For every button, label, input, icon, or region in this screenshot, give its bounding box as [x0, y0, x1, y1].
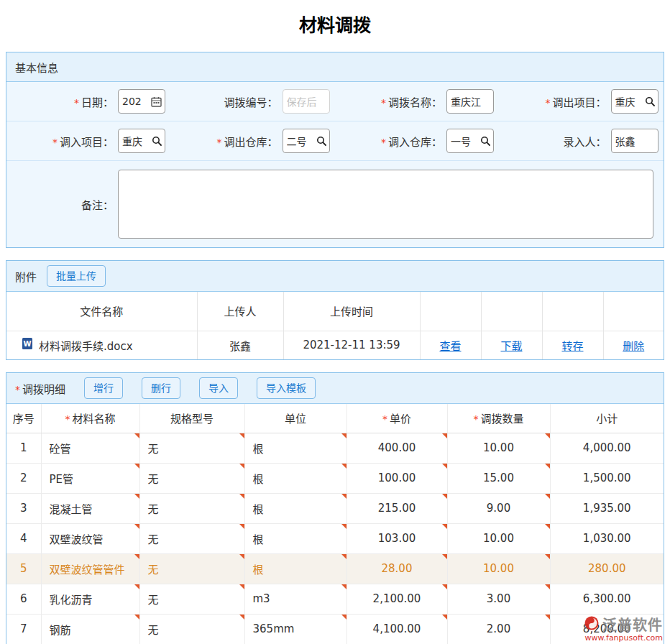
cell-price[interactable]: 215.00 — [347, 493, 447, 523]
view-link[interactable]: 查看 — [439, 340, 461, 353]
cell-price[interactable]: 4,100.00 — [347, 614, 447, 644]
in-warehouse-label-text: 调入仓库： — [388, 136, 442, 149]
search-icon[interactable] — [152, 136, 162, 146]
detail-table-header-row: 序号 *材料名称 规格型号 单位 *单价 *调拨数量 小计 — [6, 404, 664, 433]
search-icon[interactable] — [316, 136, 326, 146]
import-template-button[interactable]: 导入模板 — [257, 377, 316, 399]
cell-material-name[interactable]: 双壁波纹管管件 — [41, 553, 139, 584]
cell-price[interactable]: 103.00 — [347, 523, 447, 553]
transfer-name-input-group — [446, 89, 494, 114]
cell-qty[interactable]: 2.00 — [447, 614, 550, 644]
watermark-url: www.fanpusoft.com — [584, 633, 663, 643]
required-marker: * — [216, 137, 221, 148]
out-warehouse-label: *调出仓库： — [171, 134, 278, 149]
cell-qty[interactable]: 15.00 — [447, 463, 550, 493]
cell-no: 3 — [6, 493, 41, 523]
out-project-input[interactable] — [615, 96, 645, 107]
field-in-warehouse: *调入仓库： — [335, 129, 500, 153]
cell-qty[interactable]: 3.00 — [447, 584, 550, 614]
field-in-project: *调入项目： — [6, 129, 171, 153]
out-project-label: *调出项目： — [500, 94, 607, 109]
cell-subtotal: 1,030.00 — [550, 523, 664, 553]
detail-table: 序号 *材料名称 规格型号 单位 *单价 *调拨数量 小计 1 砼管 无 根 4… — [6, 404, 664, 644]
import-button[interactable]: 导入 — [199, 377, 238, 399]
cell-spec[interactable]: 无 — [139, 493, 244, 523]
recorder-input-group — [611, 129, 658, 153]
cell-unit[interactable]: m3 — [244, 584, 347, 614]
in-warehouse-input[interactable] — [450, 135, 480, 147]
delete-row-button[interactable]: 删行 — [142, 377, 180, 399]
batch-upload-button[interactable]: 批量上传 — [47, 265, 106, 287]
cell-spec[interactable]: 无 — [139, 553, 244, 584]
cell-price[interactable]: 28.00 — [347, 553, 447, 584]
cell-no: 2 — [6, 463, 41, 493]
cell-unit[interactable]: 根 — [244, 433, 347, 463]
cell-unit[interactable]: 根 — [244, 553, 347, 584]
transfer-name-input[interactable] — [450, 96, 490, 107]
cell-material-name[interactable]: 双壁波纹管 — [41, 523, 139, 553]
cell-price[interactable]: 2,100.00 — [347, 584, 447, 614]
cell-qty[interactable]: 10.00 — [447, 523, 550, 553]
svg-text:W: W — [23, 340, 31, 348]
transfer-name-label-text: 调拨名称： — [388, 96, 442, 109]
attachments-table-header-row: 文件名称 上传人 上传时间 — [6, 292, 664, 331]
remark-textarea[interactable] — [118, 170, 653, 239]
basic-info-title: 基本信息 — [15, 60, 58, 75]
required-marker: * — [74, 97, 79, 109]
cell-unit[interactable]: 根 — [244, 493, 347, 523]
in-project-label-text: 调入项目： — [60, 136, 114, 149]
in-warehouse-input-group — [446, 129, 494, 153]
attachments-table: 文件名称 上传人 上传时间 W材料调拨手续.docx 张鑫 2021-12-11… — [6, 292, 664, 359]
col-header-upload-time: 上传时间 — [283, 292, 420, 331]
search-icon[interactable] — [645, 96, 655, 106]
basic-info-row-2: *调入项目： *调出仓库： *调入仓库： 录入人： — [6, 121, 664, 161]
save-as-link[interactable]: 转存 — [561, 340, 583, 353]
cell-material-name[interactable]: PE管 — [41, 463, 139, 493]
recorder-input[interactable] — [615, 135, 655, 147]
add-row-button[interactable]: 增行 — [84, 377, 123, 399]
col-header-spec: 规格型号 — [139, 404, 244, 433]
calendar-icon[interactable] — [151, 96, 162, 107]
col-header-subtotal: 小计 — [550, 404, 664, 433]
required-marker: * — [473, 413, 478, 425]
cell-qty[interactable]: 10.00 — [447, 433, 550, 463]
cell-price[interactable]: 400.00 — [347, 433, 447, 463]
in-warehouse-label: *调入仓库： — [335, 134, 442, 149]
cell-subtotal: 6,300.00 — [550, 584, 664, 614]
in-project-input[interactable] — [121, 135, 152, 147]
out-warehouse-input[interactable] — [286, 135, 316, 147]
col-header-qty-text: 调拨数量 — [480, 413, 523, 426]
cell-spec[interactable]: 无 — [139, 614, 244, 644]
detail-row-2: 2 PE管 无 根 100.00 15.00 1,500.00 — [6, 463, 664, 493]
cell-spec[interactable]: 无 — [139, 433, 244, 463]
cell-unit[interactable]: 365mm — [244, 614, 347, 644]
cell-no: 4 — [6, 523, 41, 553]
cell-material-name[interactable]: 混凝土管 — [41, 493, 139, 523]
fanpu-logo-icon — [584, 615, 600, 634]
cell-qty[interactable]: 9.00 — [447, 493, 550, 523]
cell-subtotal: 280.00 — [550, 553, 664, 584]
required-marker: * — [382, 413, 387, 425]
cell-price[interactable]: 100.00 — [347, 463, 447, 493]
search-icon[interactable] — [480, 136, 490, 146]
cell-material-name[interactable]: 砼管 — [41, 433, 139, 463]
material-transfer-page: { "ui": { "required_marker": "*" }, "pag… — [0, 0, 670, 644]
date-input-group — [118, 89, 165, 114]
attachment-row: W材料调拨手续.docx 张鑫 2021-12-11 13:59 查看 下载 转… — [6, 331, 664, 359]
cell-no: 1 — [6, 433, 41, 463]
cell-spec[interactable]: 无 — [139, 523, 244, 553]
delete-link[interactable]: 删除 — [623, 340, 644, 353]
detail-row-5-selected: 5 双壁波纹管管件 无 根 28.00 10.00 280.00 — [6, 553, 664, 584]
field-out-project: *调出项目： — [500, 89, 664, 114]
cell-unit[interactable]: 根 — [244, 523, 347, 553]
cell-material-name[interactable]: 钢筋 — [41, 614, 139, 644]
transfer-no-input-group — [283, 89, 330, 114]
cell-material-name[interactable]: 乳化沥青 — [41, 584, 139, 614]
cell-unit[interactable]: 根 — [244, 463, 347, 493]
download-link[interactable]: 下载 — [500, 340, 522, 353]
cell-qty[interactable]: 10.00 — [447, 553, 550, 584]
date-input[interactable] — [121, 96, 151, 107]
cell-spec[interactable]: 无 — [139, 463, 244, 493]
cell-spec[interactable]: 无 — [139, 584, 244, 614]
field-transfer-name: *调拨名称： — [335, 89, 500, 114]
